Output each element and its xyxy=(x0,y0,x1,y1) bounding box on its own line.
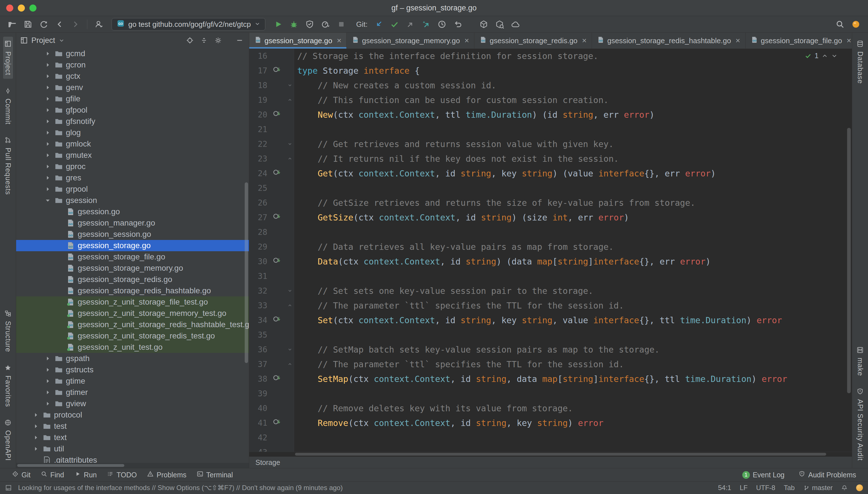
tree-item-glog[interactable]: glog xyxy=(16,127,249,138)
tree-item-test[interactable]: test xyxy=(16,421,249,432)
tree-item-gproc[interactable]: gproc xyxy=(16,161,249,172)
tree-item-gcmd[interactable]: gcmd xyxy=(16,48,249,59)
code-line-24[interactable]: 24 Get(ctx context.Context, id string, k… xyxy=(249,166,852,181)
toolwindow-button-openapi[interactable]: OpenAPI xyxy=(3,416,13,464)
tree-chevron-icon[interactable] xyxy=(44,106,52,114)
tree-chevron-icon[interactable] xyxy=(44,61,52,69)
code-line-32[interactable]: 32 // Set sets one key-value session pai… xyxy=(249,284,852,298)
toolwindow-event-log[interactable]: 1Event Log xyxy=(737,471,790,479)
tree-chevron-icon[interactable] xyxy=(44,50,52,58)
project-view-mode[interactable]: Project xyxy=(31,36,55,45)
fold-marker-icon[interactable] xyxy=(287,152,293,166)
tree-chevron-icon[interactable] xyxy=(44,151,52,159)
git-branch[interactable]: master xyxy=(803,484,833,492)
editor-tab-gsession_storage.go[interactable]: GO gsession_storage.go × xyxy=(249,33,347,49)
tree-chevron-icon[interactable] xyxy=(44,388,52,396)
fold-marker-icon[interactable] xyxy=(287,284,293,298)
code-line-22[interactable]: 22 // Get retrieves and returns session … xyxy=(249,137,852,152)
close-tab-icon[interactable]: × xyxy=(736,37,740,44)
tree-chevron-icon[interactable] xyxy=(44,72,52,80)
code-editor[interactable]: 16 // Storage is the interface definitio… xyxy=(249,49,852,452)
tree-item-gsession_storage_redis_hashtable.go[interactable]: GO gsession_storage_redis_hashtable.go xyxy=(16,285,249,297)
toolwindow-git[interactable]: Git xyxy=(7,468,36,481)
code-line-21[interactable]: 21 xyxy=(249,122,852,137)
code-line-18[interactable]: 18 // New creates a custom session id. xyxy=(249,78,852,93)
tree-chevron-icon[interactable] xyxy=(44,377,52,385)
code-line-38[interactable]: 38 SetMap(ctx context.Context, id string… xyxy=(249,372,852,386)
tree-item-gfpool[interactable]: gfpool xyxy=(16,104,249,116)
implemented-by-icon[interactable] xyxy=(273,210,281,225)
toolwindow-switcher-icon[interactable] xyxy=(5,484,12,491)
run-configuration-select[interactable]: GO go test github.com/gogf/gf/v2/net/gtc… xyxy=(112,18,265,31)
code-line-29[interactable]: 29 // Data retrieves all key-value pairs… xyxy=(249,240,852,254)
user-button[interactable] xyxy=(92,18,106,31)
encoding[interactable]: UTF-8 xyxy=(756,484,775,492)
toolwindow-button-structure[interactable]: Structure xyxy=(3,306,13,355)
tree-chevron-icon[interactable] xyxy=(44,140,52,148)
tree-item-gfile[interactable]: gfile xyxy=(16,93,249,104)
tree-chevron-icon[interactable] xyxy=(44,129,52,137)
close-tab-icon[interactable]: × xyxy=(582,37,586,44)
toolwindow-button-database[interactable]: Database xyxy=(855,37,865,87)
implemented-by-icon[interactable] xyxy=(273,372,281,386)
code-line-36[interactable]: 36 // SetMap batch sets key-value sessio… xyxy=(249,342,852,357)
tree-item-util[interactable]: util xyxy=(16,443,249,455)
editor-tab-gsession_storage_redis_hashtable.go[interactable]: GO gsession_storage_redis_hashtable.go × xyxy=(592,33,745,49)
back-button[interactable] xyxy=(53,18,67,31)
tree-item-gsession_session.go[interactable]: GO gsession_session.go xyxy=(16,229,249,240)
code-line-26[interactable]: 26 // GetSize retrieves and returns the … xyxy=(249,196,852,210)
tree-item-gsession_storage_memory.go[interactable]: GO gsession_storage_memory.go xyxy=(16,263,249,274)
tree-item-gmutex[interactable]: gmutex xyxy=(16,150,249,161)
code-line-28[interactable]: 28 xyxy=(249,225,852,240)
tree-chevron-icon[interactable] xyxy=(44,83,52,92)
code-line-23[interactable]: 23 // It returns nil if the key does not… xyxy=(249,152,852,166)
close-button[interactable] xyxy=(6,4,13,12)
toolwindow-button-make[interactable]: make xyxy=(855,343,865,379)
tree-item-gsession_z_unit_storage_redis_test.go[interactable]: GO gsession_z_unit_storage_redis_test.go xyxy=(16,330,249,342)
fold-marker-icon[interactable] xyxy=(287,137,293,152)
project-tree-vscrollbar[interactable] xyxy=(245,182,248,363)
code-line-17[interactable]: 17 type Storage interface { xyxy=(249,63,852,78)
tree-item-genv[interactable]: genv xyxy=(16,82,249,93)
forward-button[interactable] xyxy=(68,18,83,31)
implemented-by-icon[interactable] xyxy=(273,254,281,269)
sync-button[interactable] xyxy=(37,18,51,31)
tree-chevron-icon[interactable] xyxy=(44,95,52,103)
tree-item-gsession_z_unit_storage_redis_hashtable_test.go[interactable]: GO gsession_z_unit_storage_redis_hashtab… xyxy=(16,319,249,330)
commit-button[interactable] xyxy=(387,18,401,31)
code-line-40[interactable]: 40 // Remove deletes key with its value … xyxy=(249,401,852,416)
code-line-41[interactable]: 41 Remove(ctx context.Context, id string… xyxy=(249,416,852,431)
code-line-35[interactable]: 35 xyxy=(249,328,852,342)
notifications-icon[interactable] xyxy=(841,485,848,491)
push-button[interactable] xyxy=(403,18,417,31)
tree-item-gsession_storage.go[interactable]: GO gsession_storage.go xyxy=(16,240,249,251)
tree-item-gsession_storage_redis.go[interactable]: GO gsession_storage_redis.go xyxy=(16,274,249,285)
panel-settings-button[interactable] xyxy=(213,35,223,46)
update-project-button[interactable] xyxy=(372,18,386,31)
update-indicator-icon[interactable] xyxy=(856,484,863,491)
package-search-button[interactable] xyxy=(492,18,507,31)
tree-item-gstructs[interactable]: gstructs xyxy=(16,364,249,376)
coverage-button[interactable] xyxy=(303,18,317,31)
tree-item-gtime[interactable]: gtime xyxy=(16,376,249,387)
toolwindow-button-commit[interactable]: Commit xyxy=(3,84,13,128)
fold-marker-icon[interactable] xyxy=(287,357,293,372)
code-line-33[interactable]: 33 // The parameter `ttl` specifies the … xyxy=(249,298,852,313)
caret-position[interactable]: 54:1 xyxy=(718,484,731,492)
code-line-34[interactable]: 34 Set(ctx context.Context, id string, k… xyxy=(249,313,852,328)
tree-chevron-icon[interactable] xyxy=(32,422,40,430)
tree-item-text[interactable]: text xyxy=(16,432,249,443)
minimize-button[interactable] xyxy=(18,4,25,12)
chevron-down-icon[interactable] xyxy=(58,37,65,43)
fold-marker-icon[interactable] xyxy=(287,298,293,313)
tree-item-gsession_manager.go[interactable]: GO gsession_manager.go xyxy=(16,217,249,229)
implemented-by-icon[interactable] xyxy=(273,63,281,78)
toolwindow-run[interactable]: Run xyxy=(69,468,102,481)
close-tab-icon[interactable]: × xyxy=(337,37,341,44)
tree-chevron-icon[interactable] xyxy=(44,185,52,193)
code-line-31[interactable]: 31 xyxy=(249,269,852,284)
tree-item-.gitattributes[interactable]: .gitattributes xyxy=(16,455,249,463)
toolwindow-find[interactable]: Find xyxy=(36,468,69,481)
code-line-19[interactable]: 19 // This function can be used for cust… xyxy=(249,93,852,108)
stop-button[interactable] xyxy=(334,18,348,31)
